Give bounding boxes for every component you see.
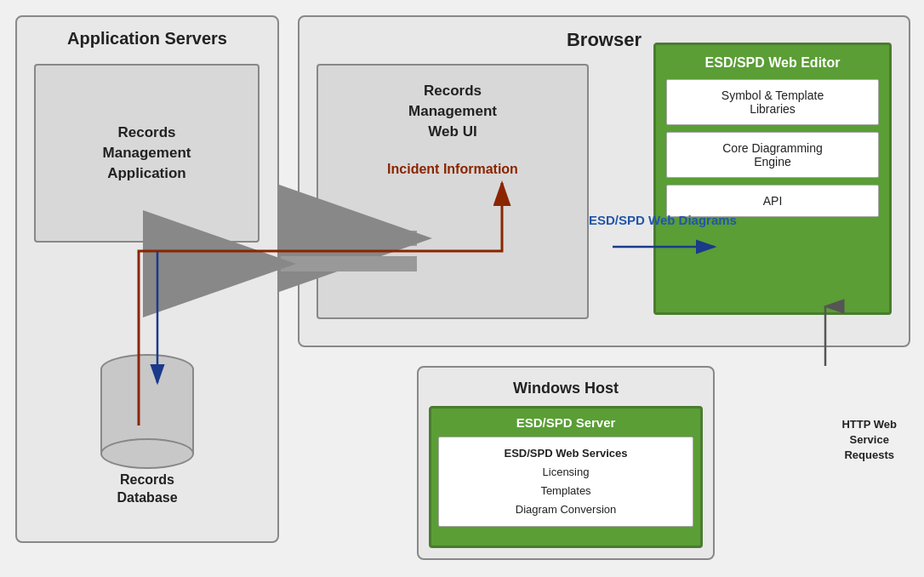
browser-box: Browser RecordsManagementWeb UI Incident… bbox=[298, 15, 910, 347]
licensing-label: Licensing bbox=[446, 463, 686, 482]
app-servers-title: Application Servers bbox=[17, 29, 277, 49]
diagram-container: Application Servers RecordsManagementApp… bbox=[0, 0, 924, 577]
esd-server-inner: ESD/SPD Web Services Licensing Templates… bbox=[438, 437, 693, 527]
db-label: RecordsDatabase bbox=[117, 471, 177, 507]
diagram-conversion-label: Diagram Conversion bbox=[446, 500, 686, 519]
http-service-label: HTTP WebServiceRequests bbox=[841, 417, 897, 464]
templates-label: Templates bbox=[446, 482, 686, 500]
rmwui-title: RecordsManagementWeb UI bbox=[318, 66, 587, 141]
windows-host-title: Windows Host bbox=[419, 368, 713, 397]
cylinder bbox=[100, 354, 194, 465]
rma-box: RecordsManagementApplication bbox=[34, 64, 260, 243]
esd-server-title: ESD/SPD Server bbox=[438, 415, 693, 430]
rma-title: RecordsManagementApplication bbox=[103, 123, 191, 183]
windows-host-box: Windows Host ESD/SPD Server ESD/SPD Web … bbox=[417, 366, 715, 560]
cylinder-bottom-ellipse bbox=[100, 438, 194, 469]
esd-web-diagrams-label: ESD/SPD Web Diagrams bbox=[589, 213, 737, 227]
incident-info-label: Incident Information bbox=[318, 162, 587, 177]
esd-editor-box: ESD/SPD Web Editor Symbol & TemplateLibr… bbox=[653, 43, 892, 315]
esd-web-services-label: ESD/SPD Web Services bbox=[446, 444, 686, 463]
symbol-libraries-box: Symbol & TemplateLibraries bbox=[666, 79, 879, 125]
core-diagramming-box: Core DiagrammingEngine bbox=[666, 132, 879, 178]
esd-editor-title: ESD/SPD Web Editor bbox=[656, 45, 889, 79]
rmwui-box: RecordsManagementWeb UI Incident Informa… bbox=[317, 64, 589, 319]
app-servers-box: Application Servers RecordsManagementApp… bbox=[15, 15, 279, 543]
http-label: HTTP bbox=[289, 238, 322, 253]
db-container: RecordsDatabase bbox=[100, 354, 194, 507]
esd-server-box: ESD/SPD Server ESD/SPD Web Services Lice… bbox=[429, 406, 703, 548]
